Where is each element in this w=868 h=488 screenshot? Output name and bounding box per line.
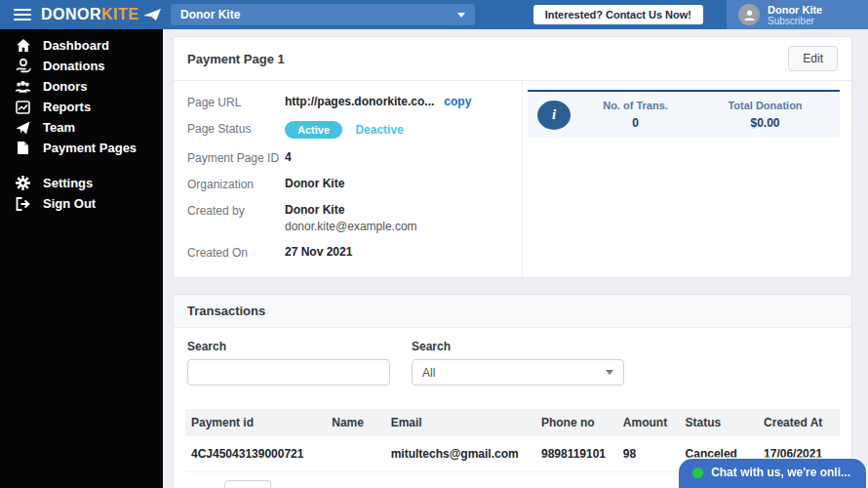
sign-out-icon: [15, 197, 31, 211]
transactions-title: Transactions: [187, 304, 265, 318]
chevron-down-icon: [606, 370, 613, 375]
topbar-brand: DONORKITE: [0, 6, 163, 23]
main-content: ← All Payment Pages > Payment Page 1 Pay…: [163, 0, 868, 488]
home-icon: [15, 38, 31, 53]
col-header-email: Email: [385, 409, 535, 436]
sidebar-item-label: Settings: [43, 176, 93, 190]
logo-text-donor: DONOR: [41, 6, 101, 23]
sidebar-item-label: Donations: [43, 59, 105, 73]
page-size-select[interactable]: 25: [224, 480, 271, 488]
deactivate-link[interactable]: Deactive: [355, 123, 403, 137]
sidebar-item-label: Sign Out: [43, 196, 96, 211]
field-label: Payment Page ID: [187, 150, 285, 165]
field-label: Organization: [187, 177, 285, 191]
sidebar-item-label: Team: [43, 120, 75, 135]
user-role: Subscriber: [768, 16, 822, 26]
stat-total-donation: Total Donation $0.00: [700, 100, 830, 130]
cell-phone: 9898119101: [535, 436, 617, 472]
kite-plane-icon: [142, 8, 162, 21]
chart-line-icon: [15, 101, 31, 114]
sidebar-item-donors[interactable]: Donors: [0, 76, 163, 97]
detail-row-page-status: Page Status Active Deactive: [187, 121, 522, 139]
transactions-filters: Search Search All: [174, 328, 851, 399]
stats-panel: i No. of Trans. 0 Total Donation $0.00: [528, 90, 840, 138]
sidebar-item-payment-pages[interactable]: Payment Pages: [0, 138, 163, 158]
search-filter-label: Search: [412, 340, 624, 353]
search-text-label: Search: [187, 340, 390, 353]
file-icon: [15, 141, 31, 155]
cell-email: mitultechs@gmail.com: [385, 436, 535, 472]
app-logo: DONORKITE: [41, 6, 162, 23]
cell-payment-id: 4CJ45043139000721: [185, 436, 326, 472]
detail-row-page-id: Payment Page ID 4: [187, 150, 522, 165]
stat-value: 0: [571, 116, 700, 130]
col-header-status: Status: [680, 409, 759, 436]
col-header-phone: Phone no: [535, 409, 617, 436]
organization-value: Donor Kite: [285, 177, 344, 190]
field-label: Created by: [187, 203, 285, 218]
logo-text-kite: KITE: [101, 6, 138, 23]
sidebar-item-donations[interactable]: Donations: [0, 56, 163, 76]
user-menu[interactable]: Donor Kite Subscriber: [727, 0, 868, 29]
col-header-created-at: Created At: [758, 409, 840, 436]
field-label: Page Status: [187, 121, 285, 136]
field-label: Page URL: [187, 95, 285, 109]
page-url-value: http://pages.donorkite.co...: [285, 95, 434, 108]
online-status-icon: [692, 468, 703, 478]
sidebar-item-reports[interactable]: Reports: [0, 97, 163, 117]
page-id-value: 4: [285, 150, 292, 164]
organization-dropdown[interactable]: Donor Kite: [171, 4, 475, 25]
stat-transactions: No. of Trans. 0: [571, 100, 700, 130]
sidebar-item-label: Reports: [43, 100, 91, 114]
chevron-down-icon: [457, 13, 465, 18]
paper-plane-icon: [15, 121, 31, 135]
hamburger-menu-icon[interactable]: [14, 9, 31, 20]
sidebar: Dashboard Donations Donors: [0, 29, 163, 488]
detail-row-created-by: Created by Donor Kite donor.kite@example…: [187, 203, 522, 233]
search-input[interactable]: [187, 359, 390, 386]
payment-page-card-header: Payment Page 1 Edit: [174, 37, 851, 81]
sidebar-item-sign-out[interactable]: Sign Out: [0, 193, 163, 214]
status-filter-select[interactable]: All: [412, 359, 624, 386]
status-active-badge[interactable]: Active: [285, 121, 342, 139]
chat-widget-text: Chat with us, we're onli...: [711, 466, 850, 479]
user-avatar: [738, 4, 760, 25]
sidebar-item-team[interactable]: Team: [0, 117, 163, 138]
col-header-amount: Amount: [617, 409, 680, 436]
transactions-card-header: Transactions: [174, 295, 851, 328]
users-icon: [15, 80, 31, 94]
created-by-email: donor.kite@example.com: [285, 220, 417, 233]
gear-icon: [15, 176, 31, 190]
stat-label: Total Donation: [700, 100, 830, 111]
detail-row-created-on: Created On 27 Nov 2021: [187, 245, 522, 260]
col-header-name: Name: [326, 409, 384, 436]
page-title: Payment Page 1: [187, 52, 285, 66]
organization-dropdown-value: Donor Kite: [180, 8, 240, 21]
edit-button[interactable]: Edit: [788, 46, 838, 71]
hand-coin-icon: [15, 59, 31, 73]
payment-page-stats-column: i No. of Trans. 0 Total Donation $0.00: [522, 81, 851, 277]
sidebar-item-dashboard[interactable]: Dashboard: [0, 35, 163, 56]
contact-us-button[interactable]: Interested? Contact Us Now!: [533, 5, 703, 24]
table-header-row: Payment id Name Email Phone no Amount St…: [185, 409, 840, 436]
col-header-payment-id: Payment id: [185, 409, 326, 436]
created-by-name: Donor Kite: [285, 203, 417, 217]
detail-row-organization: Organization Donor Kite: [187, 177, 522, 191]
cell-amount: 98: [617, 436, 680, 472]
payment-page-card: Payment Page 1 Edit Page URL http://page…: [173, 36, 852, 278]
topbar: DONORKITE Donor Kite Interested? Contact…: [0, 0, 868, 29]
cell-name: [326, 436, 384, 472]
user-name: Donor Kite: [768, 4, 822, 16]
chat-widget[interactable]: Chat with us, we're onli...: [679, 459, 866, 488]
detail-row-page-url: Page URL http://pages.donorkite.co... co…: [187, 95, 522, 109]
sidebar-item-label: Donors: [43, 79, 88, 94]
stat-value: $0.00: [700, 116, 830, 130]
person-icon: [743, 9, 756, 21]
payment-page-details: Page URL http://pages.donorkite.co... co…: [174, 81, 522, 277]
sidebar-item-label: Dashboard: [43, 38, 109, 53]
info-icon: i: [537, 101, 571, 130]
status-filter-value: All: [422, 366, 435, 380]
sidebar-item-settings[interactable]: Settings: [0, 173, 163, 193]
copy-url-link[interactable]: copy: [444, 95, 471, 108]
created-on-value: 27 Nov 2021: [285, 245, 352, 259]
